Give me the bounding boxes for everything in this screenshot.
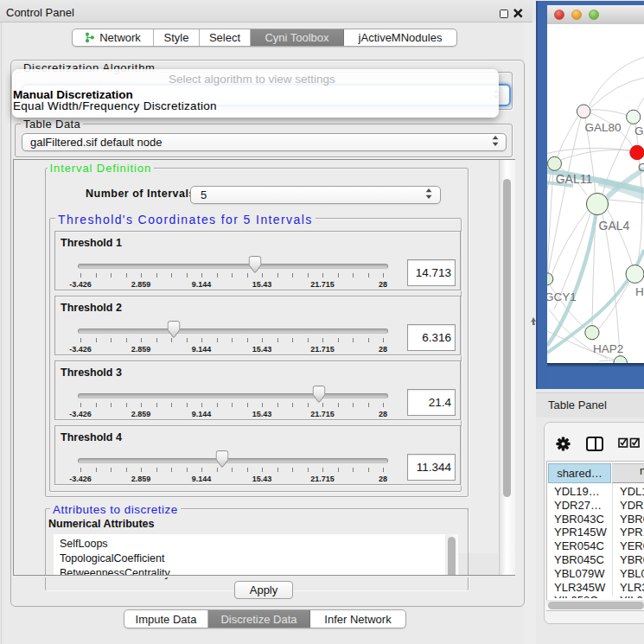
svg-text:H: H [635, 285, 644, 298]
svg-text:GAL4: GAL4 [599, 219, 630, 233]
svg-text:CD: CD [638, 161, 644, 174]
svg-text:GA: GA [634, 124, 644, 137]
svg-text:GCY1: GCY1 [547, 290, 577, 303]
svg-text:GAL80: GAL80 [585, 121, 622, 134]
svg-text:GAL11: GAL11 [556, 172, 593, 186]
svg-text:HAP2: HAP2 [593, 342, 623, 355]
